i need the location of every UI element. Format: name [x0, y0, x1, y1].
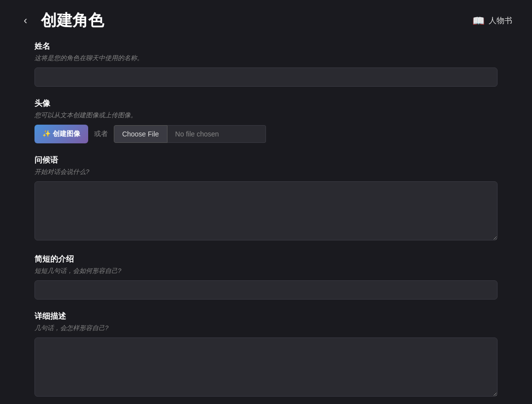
header-left: ‹ 创建角色 — [20, 10, 104, 32]
file-input-wrapper: Choose File No file chosen — [114, 125, 266, 143]
avatar-section: 头像 您可以从文本创建图像或上传图像。 ✨ 创建图像 或者 Choose Fil… — [34, 99, 498, 143]
description-label: 详细描述 — [34, 311, 498, 322]
description-input[interactable] — [34, 337, 498, 397]
short-intro-section: 简短的介绍 短短几句话，会如何形容自己? — [34, 254, 498, 300]
short-intro-hint: 短短几句话，会如何形容自己? — [34, 267, 498, 275]
greeting-hint: 开始对话会说什么? — [34, 168, 498, 176]
name-section: 姓名 这将是您的角色在聊天中使用的名称。 — [34, 41, 498, 87]
create-image-button[interactable]: ✨ 创建图像 — [34, 125, 88, 143]
file-name-display: No file chosen — [167, 125, 266, 143]
main-content: 姓名 这将是您的角色在聊天中使用的名称。 头像 您可以从文本创建图像或上传图像。… — [0, 36, 532, 404]
name-hint: 这将是您的角色在聊天中使用的名称。 — [34, 54, 498, 63]
avatar-label: 头像 — [34, 99, 498, 109]
page-title: 创建角色 — [41, 10, 104, 32]
choose-file-label[interactable]: Choose File — [114, 125, 167, 143]
short-intro-label: 简短的介绍 — [34, 254, 498, 265]
book-icon: 📖 — [472, 15, 485, 27]
greeting-input[interactable] — [34, 181, 498, 240]
or-text: 或者 — [94, 130, 108, 138]
avatar-row: ✨ 创建图像 或者 Choose File No file chosen — [34, 125, 498, 143]
greeting-label: 问候语 — [34, 155, 498, 166]
book-label: 人物书 — [489, 16, 512, 26]
description-section: 详细描述 几句话，会怎样形容自己? — [34, 311, 498, 399]
back-button[interactable]: ‹ — [20, 12, 31, 29]
header-right: 📖 人物书 — [472, 15, 512, 27]
description-hint: 几句话，会怎样形容自己? — [34, 324, 498, 333]
short-intro-input[interactable] — [34, 280, 498, 300]
greeting-section: 问候语 开始对话会说什么? — [34, 155, 498, 242]
avatar-hint: 您可以从文本创建图像或上传图像。 — [34, 111, 498, 120]
header: ‹ 创建角色 📖 人物书 — [0, 0, 532, 36]
name-input[interactable] — [34, 67, 498, 87]
name-label: 姓名 — [34, 41, 498, 52]
